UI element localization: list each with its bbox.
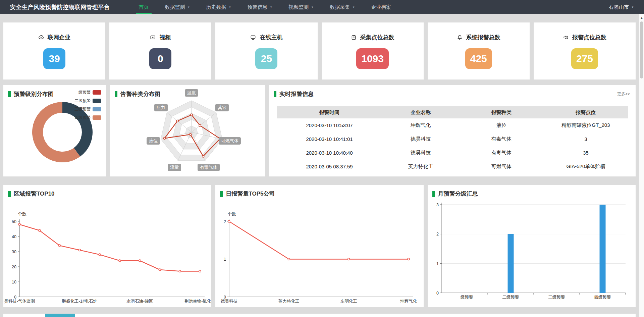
- nav-item-3[interactable]: 预警信息▼: [239, 0, 280, 14]
- legend-swatch: [93, 115, 101, 120]
- stat-value-badge: 0: [149, 48, 171, 69]
- daily-top5-line-chart: 012个数德昊科技英力特化工东明化工坤辉气化: [215, 185, 423, 307]
- speaker-icon: [563, 35, 569, 40]
- scrollbar-thumb[interactable]: [640, 21, 643, 78]
- svg-text:德昊科技: 德昊科技: [221, 299, 238, 304]
- radar-axis-label: 温度: [185, 89, 198, 97]
- table-cell: 35: [544, 146, 628, 160]
- cloud-upload-icon: [38, 35, 44, 40]
- chevron-down-icon: ▼: [270, 6, 272, 9]
- title-accent-bar: [432, 191, 435, 197]
- svg-text:20: 20: [12, 265, 16, 269]
- chevron-down-icon: ▼: [352, 6, 355, 9]
- nav-item-label: 数据监测: [165, 4, 185, 10]
- legend-item[interactable]: 二级预警: [74, 98, 101, 104]
- legend-item[interactable]: 三级预警: [74, 106, 101, 112]
- column-header: 企业名称: [382, 106, 459, 118]
- nav-item-6[interactable]: 企业档案: [363, 0, 399, 14]
- table-cell: 2020-03-05 08:37:59: [277, 160, 382, 173]
- stat-value-badge: 275: [571, 48, 598, 69]
- table-cell: 可燃气体: [459, 160, 543, 173]
- nav-item-2[interactable]: 历史数据▼: [198, 0, 239, 14]
- more-link[interactable]: 更多>>: [617, 91, 630, 97]
- vertical-scrollbar[interactable]: ▲: [639, 14, 644, 317]
- svg-text:永润石油-罐区: 永润石油-罐区: [126, 299, 153, 304]
- nav-item-5[interactable]: 数据采集▼: [322, 0, 363, 14]
- svg-text:2: 2: [436, 232, 439, 236]
- nav-item-label: 历史数据: [206, 4, 226, 10]
- panel-realtime-alarms: 实时报警信息 更多>> 报警时间企业名称报警种类报警点位 2020-03-10 …: [269, 85, 636, 176]
- panel-title: 实时报警信息: [274, 90, 314, 98]
- table-cell: 德昊科技: [382, 146, 459, 160]
- radar-axis-label: 其它: [215, 104, 229, 111]
- legend-item[interactable]: 一级预警: [74, 90, 101, 95]
- svg-text:荆洪生物-氧化反: 荆洪生物-氧化反: [184, 299, 211, 304]
- monitor-icon: [250, 35, 256, 40]
- nav-item-label: 视频监测: [288, 4, 309, 10]
- stat-value-badge: 25: [255, 48, 277, 69]
- stat-label: 联网企业: [48, 34, 70, 41]
- stat-label: 报警点位总数: [572, 34, 606, 41]
- nav-item-1[interactable]: 数据监测▼: [157, 0, 198, 14]
- panel-title: 区域报警TOP10: [8, 190, 55, 198]
- svg-text:个数: 个数: [227, 211, 236, 216]
- svg-text:二级预警: 二级预警: [502, 295, 519, 300]
- svg-text:鹏盛化工-1#电石炉: 鹏盛化工-1#电石炉: [62, 299, 98, 304]
- svg-text:1: 1: [436, 261, 439, 266]
- nav-menu: 首页数据监测▼历史数据▼预警信息▼视频监测▼数据采集▼企业档案: [131, 0, 399, 14]
- panel-title-text: 实时报警信息: [279, 90, 314, 98]
- nav-item-4[interactable]: 视频监测▼: [280, 0, 322, 14]
- pie-legend: 一级预警二级预警三级预警四级预警: [74, 90, 101, 123]
- bell-icon: [457, 35, 463, 40]
- panel-title: 日报警量TOP5公司: [220, 190, 275, 198]
- app-title: 安全生产风险预警防控物联网管理平台: [10, 3, 110, 11]
- nav-item-label: 企业档案: [371, 4, 391, 10]
- legend-label: 一级预警: [74, 90, 91, 95]
- scroll-up-arrow-icon[interactable]: ▲: [639, 16, 644, 19]
- stat-value-badge: 39: [43, 48, 65, 69]
- panel-region-top10: 区域报警TOP10 01020304050个数昊科技-气体监测鹏盛化工-1#电石…: [3, 185, 211, 307]
- video-icon: [150, 35, 156, 40]
- region-selector[interactable]: 石嘴山市 ▼: [609, 4, 634, 10]
- table-cell: 液位: [459, 118, 543, 132]
- realtime-alarm-table: 报警时间企业名称报警种类报警点位 2020-03-10 10:53:07坤辉气化…: [277, 106, 628, 173]
- title-accent-bar: [115, 91, 117, 97]
- chevron-down-icon: ▼: [228, 6, 231, 9]
- legend-swatch: [93, 90, 101, 95]
- stat-card: 视频0: [109, 22, 211, 80]
- stat-value-badge: 1093: [356, 48, 389, 69]
- stat-card-header: 采集点位总数: [351, 34, 394, 41]
- stats-row: 联网企业39视频0在线主机25采集点位总数1093系统报警总数425报警点位总数…: [3, 22, 636, 80]
- svg-text:四级预警: 四级预警: [594, 295, 611, 300]
- stat-card: 系统报警总数425: [428, 22, 530, 80]
- stat-card-header: 系统报警总数: [457, 34, 500, 41]
- svg-text:东明化工: 东明化工: [340, 299, 357, 304]
- table-cell: 2020-03-10 10:40:40: [277, 146, 382, 160]
- table-cell: 有毒气体: [459, 146, 543, 160]
- panel-alarm-type-radar: 告警种类分布图 温度其它可燃气体有毒气体流量液位压力: [110, 85, 265, 176]
- panel-title-text: 日报警量TOP5公司: [226, 190, 275, 198]
- radar-axis-label: 流量: [168, 164, 181, 171]
- panel-title-text: 告警种类分布图: [120, 90, 160, 98]
- legend-label: 四级预警: [74, 115, 91, 120]
- middle-row: 预警级别分布图 一级预警二级预警三级预警四级预警 告警种类分布图 温度其它可燃气…: [3, 85, 636, 176]
- stat-label: 在线主机: [260, 34, 282, 41]
- svg-text:50: 50: [12, 219, 16, 224]
- svg-text:1: 1: [224, 257, 226, 262]
- svg-text:30: 30: [12, 250, 16, 254]
- stat-card-header: 联网企业: [38, 34, 70, 41]
- svg-text:坤辉气化: 坤辉气化: [400, 299, 417, 304]
- legend-item[interactable]: 四级预警: [74, 115, 101, 120]
- panel-monthly-levels: 月预警分级汇总 0123一级预警二级预警三级预警四级预警: [428, 185, 636, 307]
- table-cell: 精醇南罐液位GT_203: [544, 118, 628, 132]
- stat-card-header: 视频: [150, 34, 171, 41]
- panel-title-text: 区域报警TOP10: [14, 190, 55, 198]
- monthly-levels-bar-chart: 0123一级预警二级预警三级预警四级预警: [428, 185, 636, 307]
- chevron-down-icon: ▼: [311, 6, 314, 9]
- nav-item-label: 数据采集: [330, 4, 350, 10]
- table-cell: 有毒气体: [459, 132, 543, 146]
- chevron-down-icon: ▼: [187, 6, 190, 9]
- nav-item-home[interactable]: 首页: [131, 0, 157, 14]
- stat-card: 联网企业39: [3, 22, 105, 80]
- panel-title: 预警级别分布图: [8, 90, 54, 98]
